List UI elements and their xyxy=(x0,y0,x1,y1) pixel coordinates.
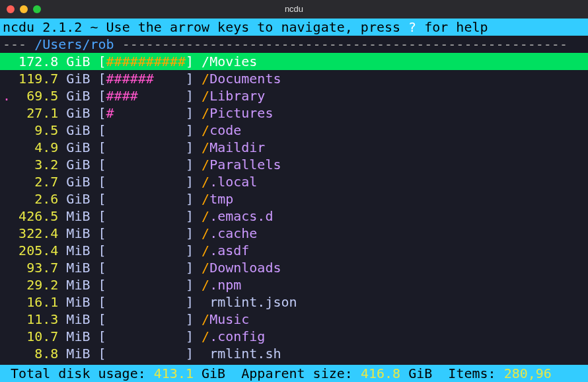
entry-name: tmp xyxy=(209,191,233,207)
row-marker xyxy=(3,294,11,310)
row-marker xyxy=(3,243,11,258)
size-value: 29.2 xyxy=(11,277,58,293)
bar-close-bracket: ] xyxy=(186,260,194,276)
zoom-icon[interactable] xyxy=(33,5,41,13)
usage-bar xyxy=(106,260,186,276)
bar-open-bracket: [ xyxy=(98,157,106,172)
label-apparent: Apparent size: xyxy=(225,365,361,381)
usage-bar xyxy=(106,174,186,190)
hint-prefix: Use the arrow keys to navigate, press xyxy=(106,19,409,35)
list-item[interactable]: 29.2 MiB [ ] /.npm xyxy=(0,276,588,293)
entry-name: Documents xyxy=(209,71,281,87)
usage-bar xyxy=(106,225,186,241)
usage-bar: #### xyxy=(106,88,186,104)
ncdu-header: ncdu 2.1.2 ~ Use the arrow keys to navig… xyxy=(0,19,588,36)
usage-bar xyxy=(106,346,186,362)
list-item[interactable]: 205.4 MiB [ ] /.asdf xyxy=(0,242,588,259)
entry-name: Movies xyxy=(209,54,257,69)
bar-close-bracket: ] xyxy=(186,71,194,87)
bar-open-bracket: [ xyxy=(98,139,106,155)
size-unit: GiB xyxy=(66,105,90,121)
bar-close-bracket: ] xyxy=(186,243,194,258)
row-marker xyxy=(3,157,11,172)
entry-name: Downloads xyxy=(209,260,281,276)
list-item[interactable]: 8.8 MiB [ ] rmlint.sh xyxy=(0,345,588,362)
bar-close-bracket: ] xyxy=(186,139,194,155)
dir-slash-icon: / xyxy=(202,174,209,190)
list-item[interactable]: 322.4 MiB [ ] /.cache xyxy=(0,225,588,242)
close-icon[interactable] xyxy=(7,5,15,13)
size-value: 4.9 xyxy=(11,139,58,155)
size-value: 2.6 xyxy=(11,191,58,207)
row-marker xyxy=(3,122,11,138)
list-item[interactable]: 172.8 GiB [##########] /Movies xyxy=(0,53,588,70)
app-name: ncdu 2.1.2 xyxy=(3,19,82,35)
list-item[interactable]: 93.7 MiB [ ] /Downloads xyxy=(0,259,588,276)
row-marker xyxy=(3,208,11,224)
entry-name: .cache xyxy=(209,225,257,241)
list-item[interactable]: 16.1 MiB [ ] rmlint.json xyxy=(0,293,588,311)
row-marker xyxy=(3,311,11,327)
entry-name: Maildir xyxy=(209,139,265,155)
bar-close-bracket: ] xyxy=(186,277,194,293)
size-unit: MiB xyxy=(66,208,90,224)
dir-slash-icon: / xyxy=(202,260,209,276)
list-item[interactable]: . 69.5 GiB [#### ] /Library xyxy=(0,87,588,104)
dir-slash-icon: / xyxy=(202,328,209,344)
window-title: ncdu xyxy=(0,4,588,15)
bar-open-bracket: [ xyxy=(98,225,106,241)
bar-open-bracket: [ xyxy=(98,174,106,190)
total-usage-value: 413.1 xyxy=(154,365,194,381)
size-value: 11.3 xyxy=(11,311,58,327)
bar-close-bracket: ] xyxy=(186,346,194,362)
row-marker xyxy=(3,225,11,241)
dir-slash-icon: / xyxy=(202,105,209,121)
bar-open-bracket: [ xyxy=(98,191,106,207)
size-unit: GiB xyxy=(66,139,90,155)
file-list[interactable]: 172.8 GiB [##########] /Movies 119.7 GiB… xyxy=(0,53,588,365)
size-value: 8.8 xyxy=(11,346,58,362)
help-key[interactable]: ? xyxy=(408,19,416,35)
bar-open-bracket: [ xyxy=(98,328,106,344)
list-item[interactable]: 119.7 GiB [###### ] /Documents xyxy=(0,70,588,87)
list-item[interactable]: 10.7 MiB [ ] /.config xyxy=(0,328,588,345)
row-marker xyxy=(3,346,11,362)
list-item[interactable]: 2.6 GiB [ ] /tmp xyxy=(0,190,588,208)
bar-close-bracket: ] xyxy=(186,294,194,310)
row-marker xyxy=(3,277,11,293)
bar-open-bracket: [ xyxy=(98,105,106,121)
list-item[interactable]: 3.2 GiB [ ] /Parallels xyxy=(0,156,588,173)
dir-slash-icon: / xyxy=(202,277,209,293)
size-value: 205.4 xyxy=(11,243,58,258)
bar-open-bracket: [ xyxy=(98,294,106,310)
list-item[interactable]: 2.7 GiB [ ] /.local xyxy=(0,173,588,190)
size-unit: MiB xyxy=(66,277,90,293)
entry-name: .local xyxy=(209,174,257,190)
entry-name: Parallels xyxy=(209,157,281,172)
bar-open-bracket: [ xyxy=(98,54,106,69)
bar-open-bracket: [ xyxy=(98,122,106,138)
list-item[interactable]: 11.3 MiB [ ] /Music xyxy=(0,311,588,328)
list-item[interactable]: 426.5 MiB [ ] /.emacs.d xyxy=(0,208,588,225)
bar-close-bracket: ] xyxy=(186,157,194,172)
minimize-icon[interactable] xyxy=(20,5,28,13)
bar-open-bracket: [ xyxy=(98,277,106,293)
bar-close-bracket: ] xyxy=(186,105,194,121)
entry-name: .npm xyxy=(209,277,241,293)
bar-open-bracket: [ xyxy=(98,88,106,104)
size-unit: MiB xyxy=(66,328,90,344)
entry-name: rmlint.json xyxy=(209,294,297,310)
entry-name: Library xyxy=(209,88,265,104)
list-item[interactable]: 4.9 GiB [ ] /Maildir xyxy=(0,139,588,156)
dir-slash-icon: / xyxy=(202,88,209,104)
size-unit: MiB xyxy=(66,294,90,310)
usage-bar: # xyxy=(106,105,186,121)
bar-open-bracket: [ xyxy=(98,311,106,327)
usage-bar xyxy=(106,328,186,344)
size-value: 93.7 xyxy=(11,260,58,276)
size-unit: MiB xyxy=(66,311,90,327)
list-item[interactable]: 27.1 GiB [# ] /Pictures xyxy=(0,104,588,122)
dir-slash-icon: / xyxy=(202,191,209,207)
list-item[interactable]: 9.5 GiB [ ] /code xyxy=(0,122,588,139)
bar-open-bracket: [ xyxy=(98,346,106,362)
